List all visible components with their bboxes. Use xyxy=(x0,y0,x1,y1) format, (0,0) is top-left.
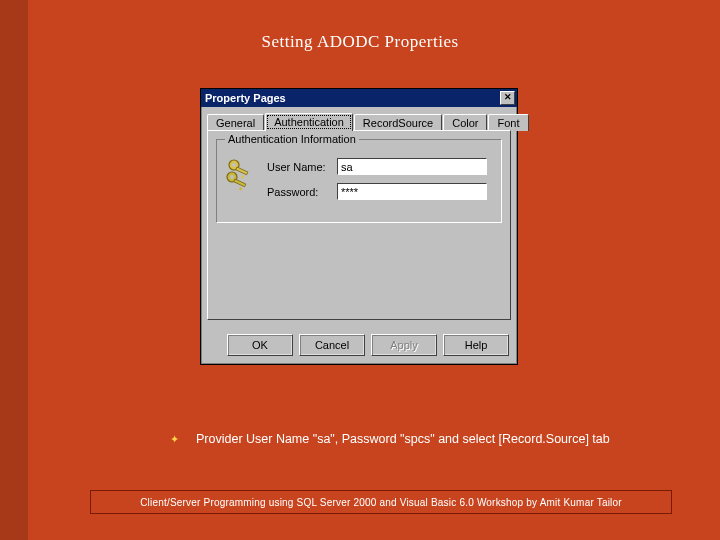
slide-footer: Client/Server Programming using SQL Serv… xyxy=(90,490,672,514)
tab-color[interactable]: Color xyxy=(443,114,487,131)
password-label: Password: xyxy=(267,186,337,198)
password-input[interactable] xyxy=(337,183,487,200)
username-input[interactable] xyxy=(337,158,487,175)
tab-panel-authentication: Authentication Information xyxy=(207,130,511,320)
keys-icon xyxy=(225,154,253,194)
ok-button[interactable]: OK xyxy=(227,334,293,356)
auth-groupbox: Authentication Information xyxy=(216,139,502,223)
help-button[interactable]: Help xyxy=(443,334,509,356)
svg-rect-7 xyxy=(239,187,243,191)
close-button[interactable]: ✕ xyxy=(500,91,515,105)
groupbox-legend: Authentication Information xyxy=(225,133,359,145)
dialog-titlebar: Property Pages ✕ xyxy=(201,89,517,107)
username-label: User Name: xyxy=(267,161,337,173)
slide-title: Setting ADODC Properties xyxy=(0,32,720,52)
tab-area: General Authentication RecordSource Colo… xyxy=(201,107,517,328)
dialog-button-row: OK Cancel Apply Help xyxy=(201,328,517,364)
dialog-title-text: Property Pages xyxy=(205,92,286,104)
slide-bullet: ✦ Provider User Name "sa", Password "spc… xyxy=(170,432,610,446)
tab-strip: General Authentication RecordSource Colo… xyxy=(207,114,511,131)
svg-rect-2 xyxy=(236,167,248,175)
svg-point-5 xyxy=(230,175,234,179)
svg-point-1 xyxy=(232,163,236,167)
bullet-icon: ✦ xyxy=(170,433,182,445)
svg-rect-3 xyxy=(241,175,245,179)
auth-fields: User Name: Password: xyxy=(267,158,491,200)
username-row: User Name: xyxy=(267,158,491,175)
cancel-button[interactable]: Cancel xyxy=(299,334,365,356)
tab-general[interactable]: General xyxy=(207,114,264,131)
slide-left-accent xyxy=(0,0,28,540)
tab-recordsource[interactable]: RecordSource xyxy=(354,114,442,131)
tab-authentication[interactable]: Authentication xyxy=(265,113,353,131)
property-pages-dialog: Property Pages ✕ General Authentication … xyxy=(200,88,518,365)
apply-button[interactable]: Apply xyxy=(371,334,437,356)
bullet-text: Provider User Name "sa", Password "spcs"… xyxy=(196,432,610,446)
password-row: Password: xyxy=(267,183,491,200)
tab-font[interactable]: Font xyxy=(488,114,528,131)
svg-rect-6 xyxy=(234,179,246,187)
footer-text: Client/Server Programming using SQL Serv… xyxy=(140,497,622,508)
